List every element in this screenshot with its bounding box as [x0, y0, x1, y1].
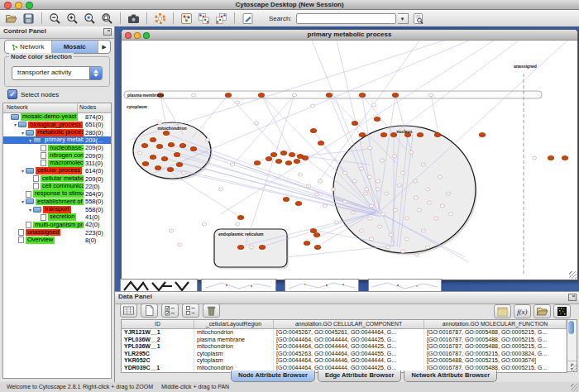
gene-node-colored	[150, 137, 156, 141]
tab-node-attribute-browser[interactable]: Node Attribute Browser	[231, 370, 315, 382]
tree-row[interactable]: ▾primary metabo209(...	[3, 136, 111, 144]
column-header[interactable]: annotation.GO CELLULAR_COMPONENT	[274, 320, 424, 328]
table-row[interactable]: YPL036W__2plasma membrane[GO:0044464, GO…	[122, 337, 567, 344]
search-input[interactable]	[296, 13, 396, 24]
expander-icon[interactable]: ▾	[20, 130, 26, 136]
gene-node	[359, 167, 363, 170]
node-color-dropdown[interactable]: transporter activity	[12, 66, 103, 80]
network-snapshot-button[interactable]	[126, 12, 141, 26]
table-row[interactable]: YPL036W__1mitochondrion[GO:0044464, GO:0…	[122, 343, 567, 351]
tree-row[interactable]: cellular metabol209(0)	[3, 174, 111, 182]
expander-icon[interactable]: ▾	[27, 137, 33, 143]
vizmapper-icon	[180, 12, 193, 25]
annotation-button[interactable]	[240, 12, 256, 26]
tree-row[interactable]: cell communicat22(0)	[3, 183, 111, 190]
window-resize-grip[interactable]	[571, 384, 578, 391]
gene-node	[342, 171, 347, 174]
gene-node	[364, 188, 368, 191]
zoom-fit-icon	[101, 12, 113, 25]
search-options-dropdown[interactable]: ▾	[398, 13, 409, 24]
open-session-button[interactable]	[3, 12, 19, 26]
tree-row[interactable]: secretion41(0)	[3, 213, 111, 221]
tree-row[interactable]: nitrogen compo209(0)	[3, 151, 111, 159]
zoom-out-button[interactable]	[47, 12, 63, 26]
tab-network[interactable]: Network	[5, 41, 52, 53]
tree-row[interactable]: macromolecule311(0)	[3, 160, 111, 167]
layout-edges-button[interactable]	[213, 12, 229, 26]
tree-row[interactable]: ▾transport558(0)	[3, 206, 111, 213]
scrollbar-thumb[interactable]	[568, 321, 574, 334]
tab-mosaic[interactable]: Mosaic	[52, 41, 99, 53]
tree-row[interactable]: mosaic-demo-yeast874(0)	[3, 113, 111, 121]
new-attribute-button[interactable]	[141, 304, 158, 318]
zoom-selected-button[interactable]	[82, 12, 98, 26]
table-cell: YKR052C	[122, 357, 194, 365]
file-icon	[41, 152, 46, 159]
gene-node	[440, 204, 444, 208]
table-row[interactable]: YLR295Ccytoplasm[GO:0045263, GO:0044464,…	[122, 351, 567, 358]
tree-row[interactable]: multi-organism pro42(0)	[3, 221, 111, 228]
tree-row[interactable]: unassigned223(0)	[3, 228, 111, 236]
tab-network-attribute-browser[interactable]: Network Attribute Browser	[404, 370, 497, 382]
zoom-in-button[interactable]	[65, 12, 80, 26]
column-header[interactable]: ID	[122, 320, 194, 328]
tree-row[interactable]: nucleobase-209(0)	[3, 144, 111, 151]
gene-node	[384, 192, 388, 195]
expander-icon[interactable]: ▾	[12, 122, 18, 127]
select-attributes-button[interactable]	[161, 304, 179, 318]
table-cell: mitochondrion	[194, 329, 274, 337]
network-graph[interactable]: plasma membranecytoplasmmitochondrionnuc…	[122, 41, 576, 280]
tab-edge-attribute-browser[interactable]: Edge Attribute Browser	[318, 370, 401, 382]
tab-overflow-button[interactable]: ▶	[98, 41, 110, 53]
gene-node	[359, 229, 363, 232]
toolbar-separator	[120, 12, 121, 24]
tree-column-network[interactable]: Network	[3, 103, 78, 112]
save-session-button[interactable]	[21, 12, 36, 26]
network-canvas[interactable]: plasma membranecytoplasmmitochondrionnuc…	[122, 41, 577, 280]
gene-node	[298, 173, 302, 176]
table-row[interactable]: YKR052Ccytoplasm[GO:0044464, GO:0044446,…	[122, 357, 567, 365]
float-panel-icon[interactable]	[103, 28, 112, 36]
layout-nodes-icon	[198, 12, 210, 25]
vizmapper-button[interactable]	[179, 12, 194, 26]
resize-grip[interactable]	[571, 364, 578, 371]
tree-header: Network Nodes	[3, 103, 111, 113]
float-panel-icon[interactable]	[568, 294, 577, 301]
network-view-window[interactable]: primary metabolic process plasma membran…	[121, 29, 578, 280]
expander-icon[interactable]: ▾	[20, 168, 26, 174]
zoom-fit-button[interactable]	[99, 12, 115, 26]
column-header[interactable]: annotation.GO MOLECULAR_FUNCTION	[424, 320, 567, 328]
gene-node	[438, 175, 442, 179]
gene-node	[292, 93, 296, 97]
resize-grip[interactable]	[569, 271, 577, 279]
expander-icon[interactable]: ▾	[20, 198, 26, 204]
column-header[interactable]: _cellularLayoutRegion	[194, 320, 274, 328]
annotation-pad-button[interactable]	[494, 304, 511, 318]
search-config-button[interactable]	[410, 12, 426, 26]
function-builder-button[interactable]: f(x)	[514, 304, 531, 318]
gene-node-colored	[142, 161, 149, 165]
tree-row[interactable]: ▾cellular process614(0)	[3, 167, 111, 174]
attribute-table-button[interactable]	[120, 304, 137, 318]
attribute-matrix-button[interactable]	[553, 304, 571, 318]
unselect-attributes-button[interactable]	[182, 304, 199, 318]
import-attributes-button[interactable]	[534, 304, 551, 318]
table-row[interactable]: YJR121W__1mitochondrion[GO:0045267, GO:0…	[122, 329, 567, 337]
tree-label: cellular process	[36, 167, 82, 174]
delete-attribute-button[interactable]	[203, 304, 220, 318]
tree-row[interactable]: ▾biological_process651(0)	[3, 121, 111, 128]
tree-row[interactable]: response to stimul264(0)	[3, 190, 111, 198]
layout-nodes-button[interactable]	[196, 12, 212, 26]
tree-row[interactable]: ▾establishment of lo558(0)	[3, 198, 111, 205]
gene-node-colored	[155, 165, 161, 170]
network-window-titlebar[interactable]: primary metabolic process	[122, 30, 577, 41]
gene-node	[392, 155, 396, 158]
tree-row[interactable]: Overview8(0)	[3, 237, 111, 244]
dropdown-stepper-icon[interactable]	[89, 67, 102, 79]
tree-column-nodes[interactable]: Nodes	[78, 103, 111, 112]
tree-row[interactable]: ▾metabolic process280(0)	[3, 129, 111, 136]
expander-icon[interactable]: ▾	[27, 207, 33, 213]
select-nodes-checkbox[interactable]: ✓	[7, 89, 17, 99]
table-cell: [GO:0016787, GO:0005488, GO:0005215, G..…	[424, 343, 567, 351]
help-button[interactable]	[152, 12, 168, 26]
